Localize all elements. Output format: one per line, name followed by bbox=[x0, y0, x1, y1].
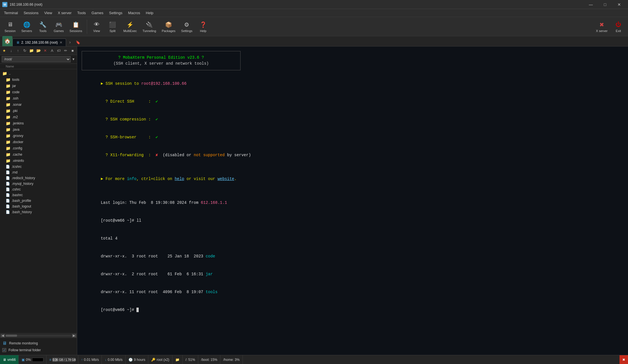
tab-nav-right[interactable]: › bbox=[66, 38, 74, 46]
memory-icon: ≡ bbox=[49, 358, 51, 362]
toolbar-tunneling[interactable]: 🔌 Tunneling bbox=[140, 20, 158, 34]
view-icon: 👁 bbox=[93, 21, 101, 29]
minimize-button[interactable]: — bbox=[584, 0, 597, 9]
menu-tools[interactable]: Tools bbox=[74, 10, 88, 16]
file-tree[interactable]: 📁 .. 📁 tools 📁 jar 📁 code 📁 .ssh 📁 . bbox=[0, 69, 77, 333]
settings-icon: ⚙ bbox=[183, 21, 191, 29]
remote-monitor-label: Remote monitoring bbox=[9, 341, 38, 345]
list-item[interactable]: 📄 .mysql_history bbox=[0, 181, 77, 187]
sidebar-tag-btn[interactable]: 🏷 bbox=[56, 47, 62, 54]
menu-sessions[interactable]: Sessions bbox=[21, 10, 41, 16]
terminal-content[interactable]: ? MobaXterm Personal Edition v23.6 ? (SS… bbox=[77, 46, 628, 355]
list-item[interactable]: 📄 .rediscli_history bbox=[0, 175, 77, 181]
menu-xserver[interactable]: X server bbox=[55, 10, 74, 16]
remote-monitor-item[interactable]: 🖥 Remote monitoring bbox=[2, 340, 75, 347]
sidebar-text-btn[interactable]: A bbox=[49, 47, 55, 54]
list-item[interactable]: 📁 .viminfo bbox=[0, 158, 77, 164]
terminal-area[interactable]: ? MobaXterm Personal Edition v23.6 ? (SS… bbox=[77, 46, 628, 355]
sidebar-folder-btn[interactable]: 📁 bbox=[28, 47, 35, 54]
maximize-button[interactable]: □ bbox=[599, 0, 612, 9]
sidebar-dark-btn[interactable]: ■ bbox=[69, 47, 76, 54]
list-item[interactable]: 📄 .rnd bbox=[0, 170, 77, 175]
toolbar-multiexec[interactable]: ⚡ MultiExec bbox=[121, 20, 139, 34]
menu-settings[interactable]: Settings bbox=[106, 10, 125, 16]
list-item[interactable]: 📁 .m2 bbox=[0, 114, 77, 120]
sidebar-up-btn[interactable]: ↑ bbox=[15, 47, 21, 54]
file-icon: 📄 bbox=[6, 210, 10, 214]
list-item[interactable]: 📄 .cshrc bbox=[0, 187, 77, 192]
scroll-track[interactable] bbox=[6, 335, 71, 337]
list-item[interactable]: 📄 .bash_profile bbox=[0, 198, 77, 204]
home-button[interactable]: 🏠 bbox=[2, 36, 12, 46]
menu-terminal[interactable]: Terminal bbox=[1, 10, 21, 16]
list-item[interactable]: 📁 .java bbox=[0, 126, 77, 133]
sidebar-refresh-btn[interactable]: ↻ bbox=[22, 47, 28, 54]
path-select[interactable]: /root/ bbox=[2, 56, 71, 62]
list-item[interactable]: 📁 .jenkins bbox=[0, 120, 77, 126]
status-disconnect[interactable]: ✖ bbox=[619, 355, 628, 364]
follow-terminal-item[interactable]: Follow terminal folder bbox=[2, 347, 75, 353]
horizontal-scrollbar[interactable]: ◀ ▶ bbox=[0, 333, 77, 338]
follow-terminal-checkbox[interactable] bbox=[2, 348, 6, 352]
toolbar-sessions[interactable]: 📋 Sessions bbox=[67, 20, 85, 34]
status-vm: 🖥 vm66 bbox=[0, 355, 19, 364]
list-item[interactable]: 📁 .pki bbox=[0, 108, 77, 114]
cpu-bar bbox=[32, 358, 43, 362]
menu-help[interactable]: Help bbox=[143, 10, 156, 16]
list-item[interactable]: 📁 jar bbox=[0, 83, 77, 89]
scroll-thumb[interactable] bbox=[6, 335, 17, 337]
list-item[interactable]: 📄 .bashrc bbox=[0, 192, 77, 198]
toolbar-games[interactable]: 🎮 Games bbox=[51, 20, 66, 34]
sidebar-delete-btn[interactable]: ✕ bbox=[42, 47, 49, 54]
menu-view[interactable]: View bbox=[41, 10, 55, 16]
bookmark-icon[interactable]: 🔖 bbox=[74, 38, 82, 46]
menu-games[interactable]: Games bbox=[89, 10, 106, 16]
toolbar-packages[interactable]: 📦 Packages bbox=[159, 20, 178, 34]
term-line: total 4 bbox=[82, 230, 623, 247]
toolbar-settings[interactable]: ⚙ Settings bbox=[179, 20, 195, 34]
list-item[interactable]: 📁 .cache bbox=[0, 151, 77, 158]
list-item[interactable]: 📄 .tcshrc bbox=[0, 164, 77, 170]
scroll-right-btn[interactable]: ▶ bbox=[72, 334, 76, 337]
list-item[interactable]: 📁 .ssh bbox=[0, 95, 77, 101]
toolbar-servers[interactable]: 🌐 Servers bbox=[19, 20, 34, 34]
sidebar-star-btn[interactable]: ★ bbox=[1, 47, 7, 54]
file-icon: 📄 bbox=[6, 176, 10, 180]
list-item[interactable]: 📁 tools bbox=[0, 77, 77, 83]
term-line: ► SSH session to root@192.168.100.66 bbox=[82, 75, 623, 93]
sidebar-down-btn[interactable]: ↓ bbox=[8, 47, 14, 54]
list-item[interactable]: 📄 .bash_logout bbox=[0, 204, 77, 209]
sidebar-edit-btn[interactable]: ✏ bbox=[63, 47, 69, 54]
list-item[interactable]: 📁 .. bbox=[0, 70, 77, 77]
toolbar-split[interactable]: ⬛ Split bbox=[105, 20, 120, 34]
close-button[interactable]: ✕ bbox=[613, 0, 626, 9]
item-name: tools bbox=[12, 78, 19, 82]
list-item[interactable]: 📄 .bash_history bbox=[0, 209, 77, 215]
menu-macros[interactable]: Macros bbox=[125, 10, 143, 16]
toolbar-exit[interactable]: ⏻ Exit bbox=[611, 20, 626, 34]
toolbar-view[interactable]: 👁 View bbox=[89, 20, 104, 34]
list-item[interactable]: 📁 .config bbox=[0, 145, 77, 151]
tab-1[interactable]: 🖥 2. 192.168.100.66 (root) ✕ bbox=[12, 39, 66, 46]
scroll-left-btn[interactable]: ◀ bbox=[1, 334, 5, 337]
list-item[interactable]: 📁 .docker bbox=[0, 139, 77, 145]
memory-text: 0.36 GB / 1.78 GB bbox=[53, 358, 75, 362]
list-item[interactable]: 📁 .sonar bbox=[0, 101, 77, 108]
toolbar-xserver[interactable]: ✖ X server bbox=[594, 20, 610, 34]
term-line: [root@vm66 ~]# bbox=[82, 301, 623, 319]
list-item[interactable]: 📁 code bbox=[0, 89, 77, 95]
toolbar-tools[interactable]: 🔧 Tools bbox=[35, 20, 50, 34]
term-line: drwxr-xr-x. 3 root root 25 Jan 18 2023 c… bbox=[82, 247, 623, 265]
tab-close-button[interactable]: ✕ bbox=[60, 41, 62, 45]
banner-title: ? MobaXterm Personal Edition v23.6 ? bbox=[88, 55, 235, 61]
toolbar-help[interactable]: ❓ Help bbox=[196, 20, 210, 34]
sidebar-folder2-btn[interactable]: 📂 bbox=[35, 47, 41, 54]
file-icon: 📄 bbox=[6, 204, 10, 208]
status-bar: 🖥 vm66 ▣ 0% ≡ 0.36 GB / 1.78 GB ↑ 0.01 M… bbox=[0, 355, 628, 364]
path-dropdown-icon[interactable]: ▼ bbox=[72, 57, 75, 61]
file-icon: 📄 bbox=[6, 187, 10, 191]
folder-icon: 📁 bbox=[6, 90, 10, 94]
item-name: .mysql_history bbox=[12, 182, 33, 186]
toolbar-session[interactable]: 🖥 Session bbox=[2, 20, 18, 34]
list-item[interactable]: 📁 .groovy bbox=[0, 133, 77, 139]
